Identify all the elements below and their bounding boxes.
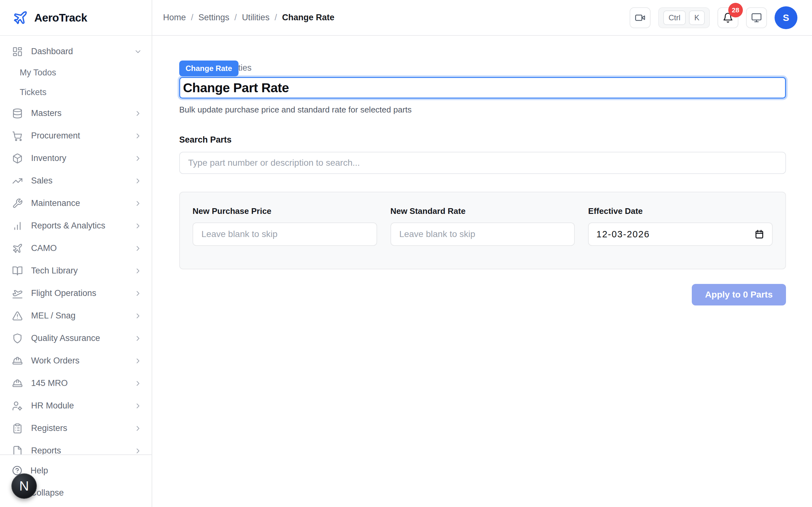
collapse-label: Collapse [31, 488, 142, 498]
sidebar-item-tech-library[interactable]: Tech Library [0, 260, 152, 282]
effective-date-value: 12-03-2026 [596, 229, 754, 239]
sidebar-item-tickets[interactable]: Tickets [0, 82, 152, 102]
sidebar-item-label: Procurement [31, 131, 134, 141]
sidebar-item-masters[interactable]: Masters [0, 102, 152, 124]
chevron-right-icon [134, 154, 142, 163]
breadcrumb-link-home[interactable]: Home [163, 13, 186, 22]
sidebar-item-reports[interactable]: Reports [0, 440, 152, 454]
effective-date-input[interactable]: 12-03-2026 [588, 222, 773, 246]
command-palette-shortcut[interactable]: Ctrl K [658, 7, 710, 28]
sidebar-item-label: 145 MRO [31, 378, 134, 388]
sidebar-item-label: Registers [31, 424, 134, 433]
hard-hat-icon [12, 378, 23, 389]
chevron-right-icon [134, 402, 142, 410]
sidebar-nav: DashboardMy TodosTicketsMastersProcureme… [0, 36, 152, 454]
breadcrumb-separator: / [191, 13, 194, 22]
sidebar-item-label: Work Orders [31, 356, 134, 366]
purchase-price-input[interactable] [201, 229, 369, 239]
dashboard-grid-icon [12, 46, 23, 57]
user-cog-icon [12, 400, 23, 411]
dev-tools-badge[interactable]: N [11, 473, 37, 499]
chevron-right-icon [134, 109, 142, 118]
display-settings-button[interactable] [746, 7, 767, 28]
sidebar-item-label: HR Module [31, 401, 134, 411]
chevron-down-icon [134, 48, 142, 56]
sidebar-item-camo[interactable]: CAMO [0, 237, 152, 260]
app-title: AeroTrack [34, 11, 87, 24]
hard-hat-icon [12, 355, 23, 366]
sidebar-item-label: Reports [31, 446, 134, 454]
standard-rate-label: New Standard Rate [391, 206, 575, 216]
notification-count-badge: 28 [728, 3, 743, 17]
sidebar-item-label: Quality Assurance [31, 333, 134, 343]
change-rate-tab-badge[interactable]: Change Rate [179, 60, 239, 76]
file-icon [12, 446, 23, 455]
sidebar-item-my-todos[interactable]: My Todos [0, 63, 152, 82]
sidebar-item-maintenance[interactable]: Maintenance [0, 192, 152, 215]
breadcrumb: Home/Settings/Utilities/Change Rate [163, 13, 334, 22]
page-content: ilities Change Rate Change Part Rate Bul… [152, 36, 812, 305]
sidebar-item-procurement[interactable]: Procurement [0, 124, 152, 147]
sidebar-item-registers[interactable]: Registers [0, 417, 152, 440]
bar-chart-icon [12, 221, 23, 231]
sidebar-item-label: My Todos [20, 68, 142, 78]
shield-icon [12, 333, 23, 344]
breadcrumb-current: Change Rate [282, 13, 334, 22]
sidebar-item-quality-assurance[interactable]: Quality Assurance [0, 327, 152, 349]
sidebar-item-label: Inventory [31, 153, 134, 163]
breadcrumb-link-settings[interactable]: Settings [199, 13, 230, 22]
purchase-price-label: New Purchase Price [193, 206, 377, 216]
help-label: Help [31, 466, 142, 475]
sidebar-item-mel-snag[interactable]: MEL / Snag [0, 304, 152, 327]
sidebar-item-inventory[interactable]: Inventory [0, 147, 152, 170]
wrench-icon [12, 198, 23, 209]
sidebar-item-label: Reports & Analytics [31, 221, 134, 231]
chevron-right-icon [134, 379, 142, 388]
app-logo[interactable]: AeroTrack [0, 0, 152, 36]
book-open-icon [12, 266, 23, 276]
sidebar-item-dashboard[interactable]: Dashboard [0, 40, 152, 63]
database-icon [12, 108, 23, 119]
sidebar-item-label: Maintenance [31, 199, 134, 208]
chevron-right-icon [134, 289, 142, 297]
sidebar-item-label: Dashboard [31, 47, 134, 56]
chevron-right-icon [134, 447, 142, 455]
standard-rate-input[interactable] [399, 229, 567, 239]
plane-icon [12, 243, 23, 254]
apply-button[interactable]: Apply to 0 Parts [692, 284, 786, 305]
standard-rate-input-wrap [391, 222, 575, 246]
page-title-box[interactable]: Change Part Rate [179, 77, 786, 99]
sidebar-item-hr-module[interactable]: HR Module [0, 395, 152, 417]
rate-form-panel: New Purchase Price New Standard Rate Eff… [179, 192, 786, 269]
user-avatar[interactable]: S [774, 6, 798, 29]
sidebar-item-label: MEL / Snag [31, 311, 134, 321]
breadcrumb-link-utilities[interactable]: Utilities [242, 13, 270, 22]
sidebar-item-reports-analytics[interactable]: Reports & Analytics [0, 215, 152, 237]
chevron-right-icon [134, 244, 142, 252]
header-actions: Ctrl K 28 S [629, 6, 798, 29]
sidebar-item-sales[interactable]: Sales [0, 170, 152, 192]
search-parts-input[interactable] [179, 152, 786, 174]
chevron-right-icon [134, 357, 142, 365]
cart-icon [12, 130, 23, 141]
calendar-icon[interactable] [754, 229, 764, 239]
chevron-right-icon [134, 312, 142, 320]
alert-triangle-icon [12, 311, 23, 321]
ctrl-key: Ctrl [663, 10, 686, 25]
package-icon [12, 153, 23, 164]
trending-up-icon [12, 176, 23, 186]
main-area: Home/Settings/Utilities/Change Rate Ctrl… [152, 0, 812, 507]
sidebar-item-label: CAMO [31, 243, 134, 253]
sidebar-item-145-mro[interactable]: 145 MRO [0, 372, 152, 395]
sidebar-item-label: Sales [31, 176, 134, 186]
chevron-right-icon [134, 267, 142, 275]
effective-date-label: Effective Date [588, 206, 773, 216]
chevron-right-icon [134, 132, 142, 140]
page-title: Change Part Rate [183, 80, 289, 95]
purchase-price-input-wrap [193, 222, 377, 246]
sidebar-item-work-orders[interactable]: Work Orders [0, 349, 152, 372]
sidebar-item-flight-operations[interactable]: Flight Operations [0, 282, 152, 304]
sidebar-item-label: Flight Operations [31, 288, 134, 298]
notifications-button[interactable]: 28 [717, 7, 739, 28]
screen-record-button[interactable] [629, 7, 651, 28]
